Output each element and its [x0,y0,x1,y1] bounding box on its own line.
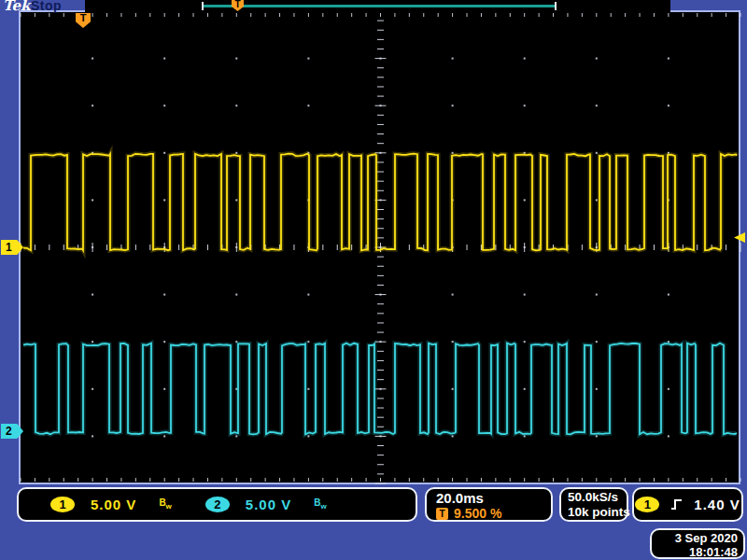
acquisition-status: Stop [31,0,62,13]
channel-2-badge: 2 [205,497,230,512]
trigger-readout: 1 1.40 V [632,487,743,522]
channel-2-scale: 5.00 V [246,497,291,512]
channel-1-scale: 5.00 V [91,497,136,512]
record-view-right-bracket [555,2,557,10]
tek-logo: Tek [3,0,30,14]
record-length-line [204,5,556,7]
sample-rate-value: 50.0kS/s [568,490,627,505]
record-view-strip: T [85,0,670,12]
rising-edge-icon [670,497,683,511]
horizontal-position-value: 9.500 % [454,506,501,521]
timebase-readout: 20.0ms T 9.500 % [425,487,553,522]
channel-scale-readout: 1 5.00 V Bw 2 5.00 V Bw [17,487,417,522]
record-view-left-bracket [202,2,204,10]
record-trigger-position-icon: T [232,0,244,11]
channel-1-bandwidth-icon: Bw [159,497,171,511]
channel-2-bandwidth-icon: Bw [314,497,326,511]
date-value: 3 Sep 2020 [652,531,738,545]
time-value: 18:01:48 [652,545,738,559]
horizontal-trigger-icon: T [436,508,448,520]
trigger-level-value: 1.40 V [694,497,740,512]
graticule-screen [19,10,740,484]
datetime-readout: 3 Sep 2020 18:01:48 [650,528,745,559]
acquisition-readout: 50.0kS/s 10k points [559,487,628,522]
trigger-source-badge: 1 [635,497,659,512]
record-length-value: 10k points [568,505,627,520]
channel-1-badge: 1 [50,497,75,512]
timebase-value: 20.0ms [436,490,551,506]
